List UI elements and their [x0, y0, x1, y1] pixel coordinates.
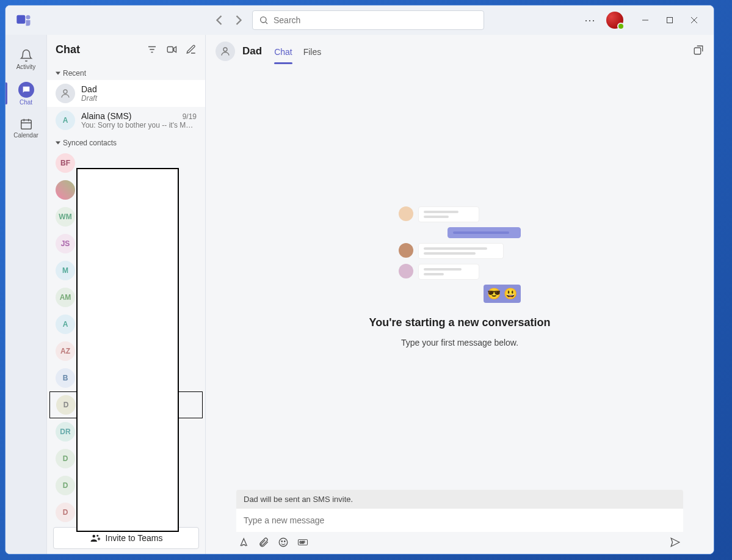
window-maximize-button[interactable]: [658, 10, 682, 30]
nav-forward-button[interactable]: [230, 12, 247, 29]
message-input[interactable]: [244, 515, 676, 525]
svg-point-21: [96, 535, 98, 537]
empty-illustration: 😎 😃: [399, 206, 521, 308]
send-button[interactable]: [670, 537, 681, 548]
format-icon[interactable]: [239, 537, 250, 548]
filter-icon[interactable]: [147, 44, 158, 55]
contact-item[interactable]: B: [47, 365, 205, 391]
contact-avatar: D: [56, 395, 76, 415]
contact-item[interactable]: AZ: [47, 338, 205, 365]
contact-item[interactable]: AM: [47, 284, 205, 311]
attach-icon[interactable]: [258, 537, 269, 548]
chat-item-name: Dad: [81, 84, 97, 94]
rail-activity-label: Activity: [16, 64, 36, 70]
svg-point-1: [26, 15, 31, 20]
contact-item[interactable]: D: [47, 472, 205, 499]
contact-item[interactable]: DR: [47, 418, 205, 445]
rail-calendar[interactable]: Calendar: [5, 111, 46, 145]
search-input[interactable]: [274, 15, 477, 25]
search-icon: [259, 15, 269, 25]
chat-item-avatar: A: [56, 111, 75, 130]
popout-icon: [693, 45, 704, 56]
empty-subtext: Type your first message below.: [401, 338, 518, 347]
emoji-icon[interactable]: [278, 537, 289, 548]
contact-avatar: WM: [56, 207, 75, 227]
chat-item-avatar: [56, 84, 75, 103]
chat-panel-title: Chat: [56, 43, 147, 56]
contact-avatar: JS: [56, 234, 75, 253]
section-synced-header[interactable]: Synced contacts: [47, 134, 205, 150]
person-icon: [220, 46, 231, 57]
contact-item[interactable]: A: [47, 311, 205, 338]
svg-marker-17: [56, 72, 60, 75]
chat-list-panel: Chat Recent DadDraftAAlaina (SMS)9/19You…: [47, 35, 206, 554]
contact-avatar: BF: [56, 153, 75, 173]
contact-item[interactable]: M: [47, 257, 205, 284]
svg-point-18: [63, 90, 67, 93]
contact-avatar: DR: [56, 422, 75, 442]
chat-item[interactable]: DadDraft: [47, 80, 205, 107]
contact-avatar: D: [56, 476, 75, 495]
svg-point-27: [279, 538, 288, 547]
svg-line-3: [266, 22, 267, 24]
svg-text:GIF: GIF: [300, 540, 305, 544]
tab-files[interactable]: Files: [303, 38, 322, 64]
app-rail: Activity Chat Calendar: [5, 35, 47, 554]
window-minimize-button[interactable]: [633, 10, 658, 30]
search-box[interactable]: [252, 10, 484, 30]
chat-item-time: 9/19: [183, 112, 197, 121]
rail-chat[interactable]: Chat: [5, 76, 46, 111]
conversation-avatar: [216, 42, 235, 61]
svg-point-29: [284, 541, 286, 542]
contact-item[interactable]: BF: [47, 150, 205, 176]
tab-chat[interactable]: Chat: [274, 38, 292, 64]
svg-point-20: [92, 535, 95, 538]
teams-logo-icon: [15, 12, 32, 29]
conversation-empty-state: 😎 😃 You're starting a new conversation T…: [206, 68, 714, 486]
user-avatar[interactable]: [606, 12, 623, 29]
conversation-pane: Dad Chat Files 😎 😃 You're starting a new…: [206, 35, 714, 554]
conversation-title: Dad: [242, 45, 262, 57]
presence-available-icon: [617, 23, 625, 30]
contact-item[interactable]: JS: [47, 230, 205, 257]
teams-window: ⋯ Activity Chat Calendar: [5, 5, 714, 555]
contact-avatar: D: [56, 449, 75, 468]
empty-heading: You're starting a new conversation: [369, 316, 550, 329]
settings-more-icon[interactable]: ⋯: [584, 13, 596, 27]
meet-now-icon[interactable]: [166, 44, 177, 55]
contact-item[interactable]: [47, 176, 205, 203]
titlebar: ⋯: [5, 5, 714, 35]
contact-item[interactable]: WM: [47, 203, 205, 230]
chat-item-name: Alaina (SMS): [81, 111, 131, 121]
contact-item[interactable]: D: [47, 445, 205, 472]
calendar-icon: [20, 117, 33, 131]
rail-activity[interactable]: Activity: [5, 42, 46, 76]
gif-icon[interactable]: GIF: [297, 537, 308, 548]
contact-avatar: [56, 180, 75, 200]
invite-to-teams-button[interactable]: Invite to Teams: [53, 527, 199, 549]
nav-back-button[interactable]: [211, 12, 228, 29]
chat-item[interactable]: AAlaina (SMS)9/19You: Sorry to bother yo…: [47, 107, 205, 134]
contact-avatar: A: [56, 315, 75, 334]
conversation-header: Dad Chat Files: [206, 35, 714, 68]
chevron-down-icon: [56, 71, 60, 76]
svg-point-2: [261, 17, 266, 23]
contact-item[interactable]: D: [49, 391, 203, 418]
contact-avatar: B: [56, 368, 75, 388]
chat-item-preview: You: Sorry to bother you -- it's Mar…: [81, 121, 197, 129]
svg-rect-5: [667, 18, 673, 23]
contact-item[interactable]: D: [47, 499, 205, 522]
contact-avatar: M: [56, 261, 75, 280]
svg-marker-16: [174, 47, 176, 53]
chat-item-preview: Draft: [81, 94, 197, 103]
rail-calendar-label: Calendar: [13, 132, 38, 139]
invite-label: Invite to Teams: [106, 533, 163, 543]
section-recent-header[interactable]: Recent: [47, 64, 205, 80]
chat-icon: [21, 85, 31, 95]
popout-button[interactable]: [693, 45, 704, 58]
chevron-down-icon: [56, 140, 60, 145]
window-close-button[interactable]: [682, 10, 706, 30]
svg-marker-32: [671, 538, 679, 547]
new-chat-icon[interactable]: [186, 44, 197, 55]
rail-chat-label: Chat: [20, 99, 32, 106]
